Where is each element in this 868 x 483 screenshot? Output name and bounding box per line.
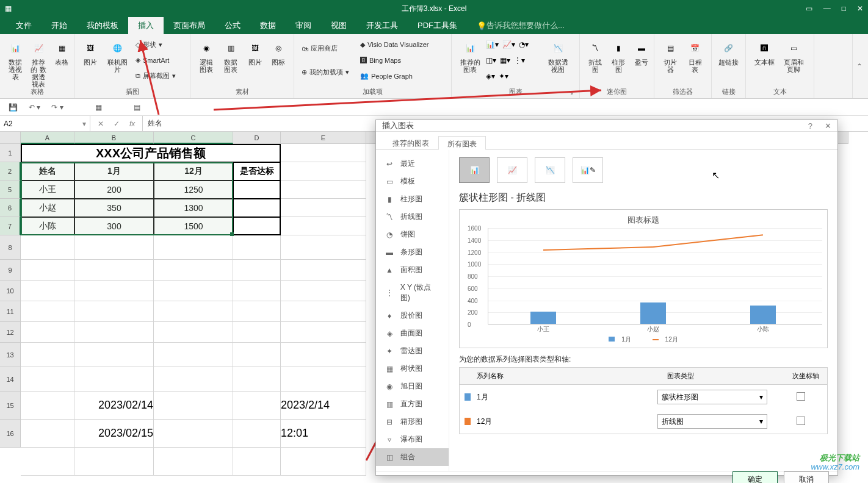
data-cell-r2-c1[interactable]: 300 (74, 217, 154, 235)
date-cell-2[interactable]: 2023/2/14 (281, 392, 366, 420)
col-header-E[interactable]: E (281, 132, 366, 144)
row-header-2[interactable]: 2 (0, 162, 21, 181)
sidebar-item-3[interactable]: 〽折线图 (376, 208, 449, 226)
sidebar-item-7[interactable]: ⋮X Y (散点图) (376, 279, 449, 307)
timeline-button[interactable]: 📅日程表 (684, 37, 707, 76)
ribbon-collapse-icon[interactable]: ⌃ (856, 62, 863, 71)
bing-maps-button[interactable]: 🅱 Bing Maps (358, 55, 431, 65)
pivot-chart-button[interactable]: 📉数据透视图 (544, 37, 571, 76)
sidebar-item-11[interactable]: ▦树状图 (376, 360, 449, 377)
dialog-close-icon[interactable]: ✕ (825, 121, 831, 131)
data-chart-button[interactable]: ▥数据 图表 (220, 37, 242, 76)
col-header-C[interactable]: C (154, 132, 233, 144)
app-store-button[interactable]: 🛍 应用商店 (299, 43, 355, 54)
combo-subtype-1[interactable]: 📊 (459, 157, 490, 183)
row-header-5[interactable]: 5 (0, 181, 21, 199)
qat-icon-2[interactable]: ▤ (134, 103, 140, 112)
ok-button[interactable]: 确定 (732, 471, 778, 483)
pictures-button[interactable]: 🖼图片 (79, 37, 101, 68)
data-cell-r0-c1[interactable]: 200 (74, 181, 154, 199)
sidebar-item-5[interactable]: ▬条形图 (376, 243, 449, 261)
textbox-button[interactable]: 🅰文本框 (751, 37, 778, 68)
data-cell-r2-c3[interactable] (233, 217, 281, 235)
col-header-A[interactable]: A (21, 132, 74, 144)
dialog-help-icon[interactable]: ? (808, 121, 812, 131)
tell-me[interactable]: 💡 告诉我您想要做什么... (467, 17, 574, 34)
date-cell-3[interactable]: 2023/02/15 (74, 420, 154, 448)
combo-subtype-2[interactable]: 📈 (497, 157, 527, 183)
row-header-9[interactable]: 9 (0, 260, 21, 281)
header-cell-3[interactable]: 是否达标 (233, 162, 281, 181)
sparkline-line-button[interactable]: 〽折线图 (585, 37, 606, 76)
charts-dialog-launcher[interactable]: ↘ (568, 89, 573, 96)
row-header-10[interactable]: 10 (0, 281, 21, 301)
data-cell-r1-c0[interactable]: 小赵 (21, 199, 74, 217)
elem-image-button[interactable]: 🖼图片 (244, 37, 265, 68)
slicer-button[interactable]: ▤切片器 (659, 37, 682, 76)
series-type-combo[interactable]: 簇状柱形图▾ (657, 390, 767, 404)
sidebar-item-16[interactable]: ◫组合 (376, 448, 449, 466)
data-cell-r0-c0[interactable]: 小王 (21, 181, 74, 199)
radar-chart-icon[interactable]: ✦▾ (499, 72, 508, 80)
bar-chart-icon[interactable]: 📊▾ (486, 40, 499, 49)
data-cell-r0-c2[interactable]: 1250 (154, 181, 233, 199)
tab-pagelayout[interactable]: 页面布局 (164, 17, 215, 34)
tab-review[interactable]: 审阅 (286, 17, 321, 34)
col-header-D[interactable]: D (233, 132, 281, 144)
header-cell-2[interactable]: 12月 (154, 162, 233, 181)
combo-subtype-4[interactable]: 📊✎ (573, 157, 603, 183)
row-header-15[interactable]: 15 (0, 392, 21, 420)
data-cell-r1-c2[interactable]: 1300 (154, 199, 233, 217)
data-cell-r1-c3[interactable] (233, 199, 281, 217)
sidebar-item-1[interactable]: ▭模板 (376, 173, 449, 190)
hyperlink-button[interactable]: 🔗超链接 (717, 37, 740, 68)
tab-mytemplates[interactable]: 我的模板 (77, 17, 128, 34)
row-header-12[interactable]: 12 (0, 322, 21, 343)
tab-formulas[interactable]: 公式 (215, 17, 250, 34)
hierarchy-chart-icon[interactable]: ◫▾ (486, 56, 496, 65)
tab-developer[interactable]: 开发工具 (356, 17, 408, 34)
sidebar-item-9[interactable]: ◈曲面图 (376, 324, 449, 342)
sidebar-item-12[interactable]: ◉旭日图 (376, 377, 449, 395)
recommended-pivot-button[interactable]: 📈推荐的 数据透视表 (28, 37, 49, 90)
tab-home[interactable]: 开始 (42, 17, 77, 34)
sparkline-col-button[interactable]: ▮柱形图 (608, 37, 629, 76)
secondary-axis-checkbox[interactable] (797, 417, 805, 425)
sidebar-item-0[interactable]: ↩最近 (376, 155, 449, 173)
maximize-icon[interactable]: □ (842, 4, 846, 13)
smartart-button[interactable]: ◈ SmartArt (133, 55, 178, 65)
data-cell-r0-c3[interactable] (233, 181, 281, 199)
ribbon-options-icon[interactable]: ▭ (806, 4, 812, 13)
sidebar-item-13[interactable]: ▥直方图 (376, 395, 449, 413)
shapes-button[interactable]: ◇ 形状 ▾ (133, 39, 178, 51)
row-header-8[interactable]: 8 (0, 235, 21, 260)
row-header-14[interactable]: 14 (0, 367, 21, 392)
sidebar-item-2[interactable]: ▮柱形图 (376, 190, 449, 208)
visio-addin-button[interactable]: ◆ Visio Data Visualizer (358, 40, 431, 50)
date-cell-4[interactable]: 12:01 (281, 420, 366, 448)
sidebar-item-15[interactable]: ▿瀑布图 (376, 431, 449, 448)
row-header-6[interactable]: 6 (0, 199, 21, 217)
undo-icon[interactable]: ↶ ▾ (29, 103, 40, 112)
tab-file[interactable]: 文件 (6, 17, 42, 34)
secondary-axis-checkbox[interactable] (797, 392, 805, 401)
row-header-16[interactable]: 16 (0, 420, 21, 448)
tab-view[interactable]: 视图 (321, 17, 356, 34)
line-chart-icon[interactable]: 📈▾ (502, 40, 515, 49)
my-addins-button[interactable]: ⊕ 我的加载项 ▾ (299, 66, 355, 78)
header-footer-button[interactable]: ▭页眉和页脚 (780, 37, 807, 76)
sidebar-item-6[interactable]: ▲面积图 (376, 261, 449, 279)
close-icon[interactable]: ✕ (857, 4, 863, 13)
pie-chart-icon[interactable]: ◔▾ (519, 40, 529, 49)
sidebar-item-8[interactable]: ♦股价图 (376, 307, 449, 324)
qat-icon-1[interactable]: ▦ (95, 103, 102, 112)
data-cell-r2-c0[interactable]: 小陈 (21, 217, 74, 235)
people-graph-button[interactable]: 👥 People Graph (358, 71, 431, 81)
tab-pdftools[interactable]: PDF工具集 (408, 17, 467, 34)
fx-icon[interactable]: fx (129, 120, 135, 128)
sidebar-item-10[interactable]: ✦雷达图 (376, 342, 449, 360)
row-header-13[interactable]: 13 (0, 343, 21, 367)
dialog-tab-all[interactable]: 所有图表 (438, 136, 486, 150)
date-cell-1[interactable]: 2023/02/14 (74, 392, 154, 420)
recommended-charts-button[interactable]: 📊推荐的 图表 (457, 37, 483, 76)
